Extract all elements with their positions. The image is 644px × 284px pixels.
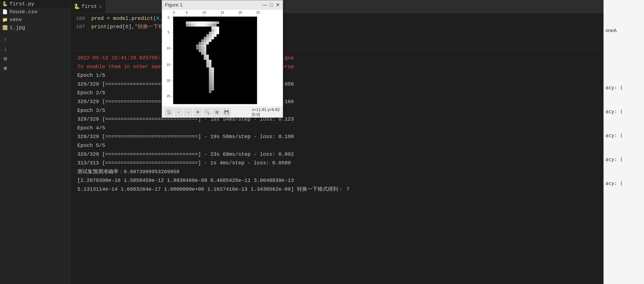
- terminal-line-5: Epoch 2/5: [77, 88, 637, 97]
- figure-close-button[interactable]: ✕: [276, 2, 280, 8]
- code-editor[interactable]: 106 107 pred = model.predict(X_test[0].r…: [70, 13, 644, 50]
- figure-toolbar: 🏠 ← → ✛ 🔍 ⊟ 💾 x=11.81 y=6.82 [0.0]: [162, 106, 283, 118]
- svg-rect-35: [209, 22, 212, 24]
- sidebar-item-1-jpg[interactable]: 🖼️ 1.jpg: [0, 24, 70, 32]
- svg-rect-82: [199, 47, 201, 50]
- tab-close-button[interactable]: ✕: [99, 4, 102, 9]
- svg-rect-83: [201, 47, 204, 50]
- svg-rect-63: [211, 34, 214, 37]
- figure-coord-detail: [0.0]: [252, 112, 260, 117]
- svg-text:10: 10: [202, 11, 206, 14]
- python-file-icon: 🐍: [2, 1, 8, 7]
- svg-text:25: 25: [256, 11, 260, 14]
- file-name-label: house.csv: [10, 9, 37, 15]
- svg-rect-81: [196, 47, 199, 50]
- svg-rect-68: [211, 37, 214, 40]
- svg-rect-41: [191, 24, 194, 26]
- svg-rect-103: [211, 70, 214, 73]
- svg-rect-59: [214, 32, 216, 34]
- svg-text:0: 0: [168, 16, 170, 20]
- file-explorer: 🐍 first.py 📄 house.csv 📁 venv 🖼️ 1.jpg ↑…: [0, 0, 70, 284]
- accuracy-partial-3: acy: (: [606, 133, 623, 138]
- figure-coordinates: x=11.81 y=6.82 [0.0]: [252, 107, 280, 117]
- svg-rect-50: [214, 24, 216, 26]
- csv-file-icon: 📄: [2, 9, 8, 14]
- svg-rect-76: [206, 42, 209, 44]
- folder-icon: 📁: [2, 17, 8, 22]
- svg-text:20: 20: [166, 79, 170, 82]
- nav-expand-icon[interactable]: ⊞: [1, 64, 10, 73]
- svg-rect-65: [204, 37, 206, 40]
- terminal-line-1: 2022-05-13 15:41:29.925756: I tensorflow…: [77, 54, 637, 62]
- figure-save-button[interactable]: 💾: [222, 108, 230, 116]
- svg-rect-62: [209, 34, 212, 37]
- svg-rect-55: [214, 29, 216, 32]
- svg-rect-61: [206, 34, 209, 37]
- tab-first[interactable]: 🐍 first ✕: [70, 0, 106, 13]
- figure-minimize-button[interactable]: —: [262, 2, 267, 8]
- svg-rect-78: [199, 44, 201, 47]
- svg-rect-48: [209, 24, 212, 26]
- figure-titlebar: Figure 1 — □ ✕: [162, 0, 283, 10]
- svg-rect-106: [209, 75, 212, 78]
- right-panel: oneA acy: ( acy: ( acy: ( acy: ( acy: (: [604, 0, 644, 284]
- svg-rect-57: [209, 32, 212, 34]
- figure-home-button[interactable]: 🏠: [165, 108, 173, 116]
- line-number-106: 106: [73, 14, 85, 23]
- svg-rect-110: [209, 80, 212, 83]
- nav-up-icon[interactable]: ↑: [1, 35, 10, 44]
- terminal-line-13: 313/313 [==============================]…: [77, 159, 637, 168]
- figure-configure-button[interactable]: ⊟: [213, 108, 221, 116]
- svg-rect-29: [194, 22, 196, 24]
- svg-rect-95: [209, 60, 212, 62]
- svg-rect-54: [211, 29, 214, 32]
- figure-maximize-button[interactable]: □: [270, 2, 273, 8]
- accuracy-partial-1: acy: (: [606, 85, 623, 90]
- svg-rect-93: [206, 57, 209, 60]
- figure-back-button[interactable]: ←: [174, 108, 183, 116]
- svg-rect-49: [211, 24, 214, 26]
- svg-rect-92: [204, 57, 206, 60]
- nav-collapse-icon[interactable]: ⊟: [1, 54, 10, 63]
- svg-rect-97: [209, 62, 212, 65]
- svg-rect-99: [209, 65, 212, 68]
- svg-rect-32: [201, 22, 204, 24]
- figure-pan-button[interactable]: ✛: [194, 108, 202, 116]
- figure-forward-button[interactable]: →: [184, 108, 192, 116]
- accuracy-partial-5: acy: (: [606, 180, 623, 186]
- svg-rect-79: [201, 44, 204, 47]
- svg-rect-117: [211, 88, 214, 90]
- svg-rect-52: [214, 26, 216, 29]
- svg-rect-26: [186, 22, 188, 24]
- terminal-array-line2: 5.1313114e-14 1.6603264e-17 1.0000000e+0…: [77, 185, 637, 194]
- svg-rect-84: [204, 47, 206, 50]
- line-numbers: 106 107: [70, 13, 88, 50]
- figure-zoom-button[interactable]: 🔍: [203, 108, 211, 116]
- svg-rect-31: [199, 22, 201, 24]
- right-panel-acy3: acy: (: [604, 131, 644, 140]
- svg-rect-116: [209, 88, 212, 90]
- svg-rect-74: [201, 42, 204, 44]
- figure-svg-plot: 0 5 10 15 20 25 0 5 10 15 20 25: [162, 10, 283, 106]
- figure-title: Figure 1: [165, 2, 182, 8]
- sidebar-item-venv[interactable]: 📁 venv: [0, 16, 70, 24]
- figure-plot-area: 0 5 10 15 20 25 0 5 10 15 20 25: [162, 10, 283, 106]
- svg-rect-39: [186, 24, 188, 26]
- svg-text:25: 25: [166, 94, 170, 98]
- terminal-array-line1: [2.2070398e-16 1.5058459e-12 1.9930460e-…: [77, 176, 637, 185]
- svg-rect-47: [206, 24, 209, 26]
- right-panel-acy1: acy: (: [604, 83, 644, 92]
- sidebar-item-house-csv[interactable]: 📄 house.csv: [0, 8, 70, 16]
- svg-rect-85: [199, 50, 201, 52]
- svg-rect-43: [196, 24, 199, 26]
- svg-rect-75: [204, 42, 206, 44]
- svg-rect-70: [204, 40, 206, 42]
- nav-down-icon[interactable]: ↓: [1, 44, 10, 54]
- svg-text:5: 5: [168, 30, 170, 34]
- svg-rect-114: [209, 86, 212, 88]
- svg-rect-101: [211, 68, 214, 70]
- svg-rect-53: [216, 26, 219, 29]
- sidebar-item-first-py[interactable]: 🐍 first.py: [0, 0, 70, 8]
- svg-rect-66: [206, 37, 209, 40]
- svg-rect-88: [201, 52, 204, 55]
